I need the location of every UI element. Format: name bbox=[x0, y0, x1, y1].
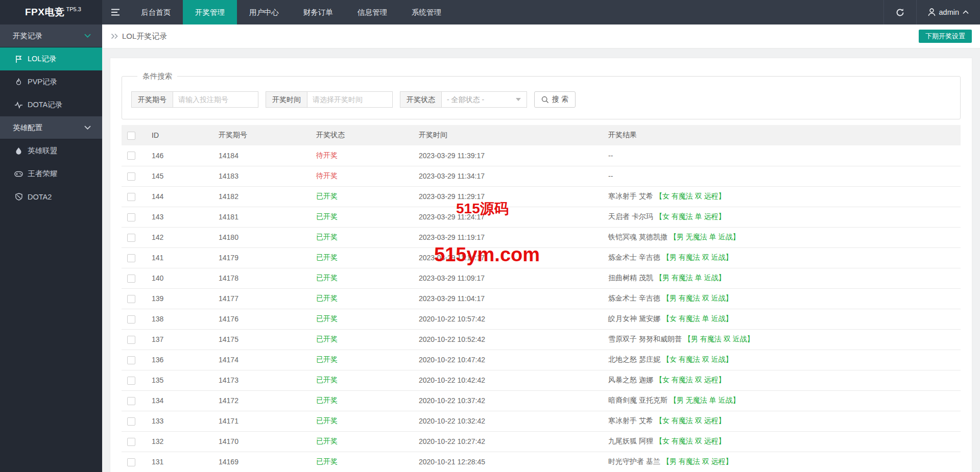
row-draw-result: 天启者 卡尔玛【女 有魔法 单 远程】 bbox=[603, 207, 961, 227]
brand-version: TP5.3 bbox=[66, 6, 81, 12]
time-input[interactable] bbox=[307, 91, 393, 108]
row-status-badge: 已开奖 bbox=[311, 350, 414, 370]
search-button[interactable]: 搜 索 bbox=[534, 91, 576, 108]
row-checkbox[interactable] bbox=[127, 254, 135, 262]
sidebar-item-LOL记录[interactable]: LOL记录 bbox=[0, 47, 102, 70]
result-hero-tags: 【男 有魔法 单 近战】 bbox=[655, 274, 726, 282]
result-hero-name: 暗裔剑魔 亚托克斯 bbox=[608, 396, 667, 404]
table-row: 13514173已开奖2020-10-22 10:42:42风暴之怒 迦娜【女 … bbox=[122, 370, 961, 390]
result-hero-name: 铁铠冥魂 莫德凯撒 bbox=[608, 233, 667, 241]
result-hero-name: 炼金术士 辛吉德 bbox=[608, 253, 660, 261]
row-draw-time: 2023-03-29 11:24:17 bbox=[414, 207, 603, 227]
admin-page: { "navbar": { "brand": "FPX电竞", "brand_v… bbox=[0, 0, 980, 472]
table-row: 14614184待开奖2023-03-29 11:39:17-- bbox=[122, 145, 961, 166]
sidebar-toggle-button[interactable] bbox=[102, 0, 129, 24]
header-status: 开奖状态 bbox=[311, 125, 414, 145]
row-checkbox[interactable] bbox=[127, 438, 135, 446]
table-row: 14114179已开奖2023-03-29 11:14:17炼金术士 辛吉德【男… bbox=[122, 247, 961, 268]
row-draw-time: 2023-03-29 11:19:17 bbox=[414, 227, 603, 247]
row-checkbox[interactable] bbox=[127, 356, 135, 364]
sidebar-group-0[interactable]: 开奖记录 bbox=[0, 24, 102, 47]
sidebar-item-英雄联盟[interactable]: 英雄联盟 bbox=[0, 139, 102, 162]
row-draw-result: 雪原双子 努努和威朗普【男 有魔法 双 近战】 bbox=[603, 329, 961, 350]
sidebar-item-PVP记录[interactable]: PVP记录 bbox=[0, 70, 102, 93]
row-id: 138 bbox=[147, 309, 213, 329]
row-status-badge: 已开奖 bbox=[311, 288, 414, 309]
hamburger-icon bbox=[111, 9, 120, 16]
row-id: 144 bbox=[147, 186, 213, 207]
result-hero-name: -- bbox=[608, 152, 613, 160]
row-checkbox[interactable] bbox=[127, 397, 135, 405]
row-checkbox[interactable] bbox=[127, 275, 135, 283]
header-issue: 开奖期号 bbox=[213, 125, 311, 145]
row-checkbox[interactable] bbox=[127, 377, 135, 385]
row-issue: 14176 bbox=[213, 309, 311, 329]
sidebar-item-王者荣耀[interactable]: 王者荣耀 bbox=[0, 162, 102, 185]
row-draw-time: 2020-10-22 10:57:42 bbox=[414, 309, 603, 329]
row-id: 137 bbox=[147, 329, 213, 350]
result-hero-tags: 【女 有魔法 双 远程】 bbox=[655, 416, 726, 425]
row-checkbox[interactable] bbox=[127, 234, 135, 242]
result-hero-tags: 【女 有魔法 双 远程】 bbox=[655, 437, 726, 445]
row-checkbox[interactable] bbox=[127, 193, 135, 201]
nav-item-4[interactable]: 信息管理 bbox=[345, 0, 399, 24]
status-label: 开奖状态 bbox=[400, 91, 441, 108]
select-all-checkbox[interactable] bbox=[127, 132, 135, 140]
sidebar-group-1[interactable]: 英雄配置 bbox=[0, 116, 102, 139]
nav-item-1[interactable]: 开奖管理 bbox=[183, 0, 237, 24]
header-result: 开奖结果 bbox=[603, 125, 961, 145]
table-row: 13314171已开奖2020-10-22 10:32:42寒冰射手 艾希【女 … bbox=[122, 411, 961, 431]
status-select[interactable]: - 全部状态 - bbox=[441, 91, 527, 108]
nav-item-0[interactable]: 后台首页 bbox=[129, 0, 183, 24]
row-checkbox[interactable] bbox=[127, 458, 135, 466]
row-id: 146 bbox=[147, 145, 213, 166]
nav-item-3[interactable]: 财务订单 bbox=[291, 0, 345, 24]
row-checkbox[interactable] bbox=[127, 295, 135, 303]
user-menu[interactable]: admin bbox=[916, 0, 980, 24]
search-row: 开奖期号 开奖时间 开奖状态 - 全部状态 - bbox=[131, 91, 960, 108]
row-checkbox[interactable] bbox=[127, 152, 135, 160]
row-id: 136 bbox=[147, 350, 213, 370]
row-issue: 14182 bbox=[213, 186, 311, 207]
issue-input[interactable] bbox=[173, 91, 258, 108]
status-filter-group: 开奖状态 - 全部状态 - bbox=[400, 91, 527, 108]
result-hero-tags: 【女 有魔法 双 远程】 bbox=[655, 192, 726, 200]
table-row: 14314181已开奖2023-03-29 11:24:17天启者 卡尔玛【女 … bbox=[122, 207, 961, 227]
next-draw-settings-button[interactable]: 下期开奖设置 bbox=[919, 30, 972, 43]
result-hero-name: 扭曲树精 茂凯 bbox=[608, 274, 653, 282]
sidebar-item-DOTA2[interactable]: DOTA2 bbox=[0, 185, 102, 208]
search-icon bbox=[541, 96, 549, 104]
row-draw-time: 2020-10-22 10:52:42 bbox=[414, 329, 603, 350]
row-checkbox[interactable] bbox=[127, 172, 135, 181]
row-status-badge: 已开奖 bbox=[311, 227, 414, 247]
refresh-button[interactable] bbox=[883, 0, 916, 24]
status-select-value: - 全部状态 - bbox=[447, 95, 484, 104]
row-issue: 14175 bbox=[213, 329, 311, 350]
row-draw-time: 2020-10-22 10:42:42 bbox=[414, 370, 603, 390]
result-hero-name: 风暴之怒 迦娜 bbox=[608, 376, 653, 384]
result-hero-name: 雪原双子 努努和威朗普 bbox=[608, 335, 682, 343]
sidebar-item-label: 英雄联盟 bbox=[28, 146, 57, 156]
result-hero-tags: 【男 有魔法 双 近战】 bbox=[662, 294, 733, 302]
row-draw-result: 九尾妖狐 阿狸【女 有魔法 双 远程】 bbox=[603, 431, 961, 452]
row-draw-result: -- bbox=[603, 166, 961, 186]
table-row: 14214180已开奖2023-03-29 11:19:17铁铠冥魂 莫德凯撒【… bbox=[122, 227, 961, 247]
row-issue: 14184 bbox=[213, 145, 311, 166]
header-time: 开奖时间 bbox=[414, 125, 603, 145]
time-filter-group: 开奖时间 bbox=[266, 91, 393, 108]
row-draw-time: 2020-10-22 10:27:42 bbox=[414, 431, 603, 452]
row-draw-time: 2020-10-22 10:47:42 bbox=[414, 350, 603, 370]
row-checkbox[interactable] bbox=[127, 336, 135, 344]
row-checkbox[interactable] bbox=[127, 417, 135, 426]
nav-item-5[interactable]: 系统管理 bbox=[399, 0, 453, 24]
row-checkbox[interactable] bbox=[127, 213, 135, 221]
row-id: 141 bbox=[147, 247, 213, 268]
sidebar-item-DOTA记录[interactable]: DOTA记录 bbox=[0, 93, 102, 116]
breadcrumb-bar: LOL开奖记录 下期开奖设置 bbox=[102, 24, 980, 48]
row-checkbox[interactable] bbox=[127, 315, 135, 324]
nav-item-2[interactable]: 用户中心 bbox=[237, 0, 291, 24]
sidebar-item-label: DOTA2 bbox=[28, 193, 52, 201]
table-row: 13114169已开奖2020-10-21 12:28:45时光守护者 基兰【男… bbox=[122, 452, 961, 472]
row-status-badge: 已开奖 bbox=[311, 411, 414, 431]
user-icon bbox=[928, 8, 936, 16]
